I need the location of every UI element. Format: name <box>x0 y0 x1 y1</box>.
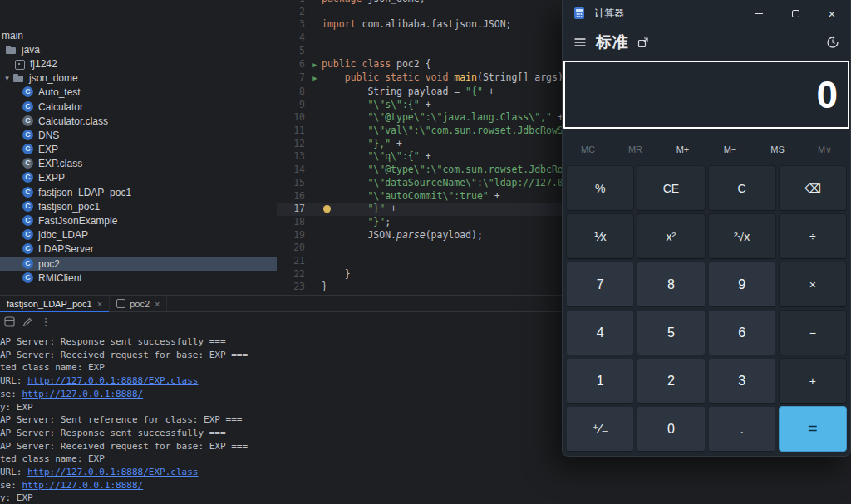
tree-item-Calculator.class[interactable]: Calculator.class <box>0 114 277 128</box>
calc-button-equals[interactable]: = <box>779 406 847 452</box>
tree-item-label: jdbc_LDAP <box>38 229 88 241</box>
tree-item-EXP[interactable]: EXP <box>0 143 277 157</box>
tree-item-fastjson_poc1[interactable]: fastjson_poc1 <box>0 199 277 213</box>
tree-item-main[interactable]: main <box>0 28 277 42</box>
tree-item-fj1242[interactable]: fj1242 <box>0 56 277 71</box>
console-link[interactable]: http://127.0.0.1:8888/ <box>22 480 144 491</box>
tree-item-LDAPServer[interactable]: LDAPServer <box>0 242 277 257</box>
console-link[interactable]: http://127.0.0.1:8888/ <box>22 389 144 399</box>
memory-add-button[interactable]: M+ <box>659 139 706 159</box>
console-line: ted class name: EXP <box>0 453 562 466</box>
calculator-titlebar[interactable]: 计算器 <box>563 0 850 27</box>
calc-button-nine[interactable]: 9 <box>708 262 776 307</box>
calculator-display: 0 <box>563 61 849 129</box>
run-tab-fastjson_LDAP_poc1[interactable]: fastjson_LDAP_poc1 <box>0 296 110 311</box>
calc-button-eight[interactable]: 8 <box>637 262 705 307</box>
memory-clear-button[interactable]: MC <box>564 139 612 159</box>
run-tab-poc2[interactable]: poc2 <box>110 296 167 311</box>
line-number: 10 <box>277 111 308 125</box>
calc-button-backspace[interactable]: ⌫ <box>779 165 847 211</box>
close-tab-icon[interactable] <box>97 299 102 309</box>
tree-item-json_dome[interactable]: json_dome <box>0 71 277 86</box>
tree-item-label: fastjson_LDAP_poc1 <box>38 187 131 198</box>
class-icon <box>22 258 34 270</box>
calc-button-seven[interactable]: 7 <box>566 262 634 307</box>
calc-button-decimal[interactable]: . <box>708 406 776 452</box>
console-tab-icon <box>116 299 125 308</box>
tree-item-DNS[interactable]: DNS <box>0 128 277 142</box>
history-icon[interactable] <box>826 36 839 49</box>
console-toolbar <box>0 313 562 330</box>
mode-label: 标准 <box>596 32 628 53</box>
run-icon[interactable] <box>312 61 317 69</box>
more-options-icon[interactable] <box>40 316 52 328</box>
tree-item-label: poc2 <box>38 258 60 270</box>
calculator-nav: 标准 <box>563 27 850 58</box>
tree-item-label: DNS <box>38 130 59 141</box>
tree-item-label: FastJsonExample <box>38 215 117 227</box>
calc-button-square-root[interactable]: ²√x <box>708 213 776 259</box>
memory-recall-button[interactable]: MR <box>612 139 659 159</box>
memory-flyout-button[interactable]: M∨ <box>801 139 849 159</box>
calc-button-one[interactable]: 1 <box>566 358 634 404</box>
console-text: URL: <box>0 375 27 386</box>
run-console[interactable]: AP Server: Response sent successfully ==… <box>0 330 562 504</box>
console-link[interactable]: http://127.0.0.1:8888/EXP.class <box>27 467 198 477</box>
calc-button-percent[interactable]: % <box>566 165 634 211</box>
close-button[interactable] <box>814 0 850 27</box>
calc-button-subtract[interactable]: − <box>779 310 847 355</box>
calc-button-clear-entry[interactable]: CE <box>637 165 705 211</box>
hamburger-menu-icon[interactable] <box>573 37 587 48</box>
edit-icon[interactable] <box>22 316 33 328</box>
calc-button-negate[interactable]: ⁺∕₋ <box>566 406 634 452</box>
console-line: y: EXP <box>0 401 562 414</box>
console-link[interactable]: http://127.0.0.1:8888/EXP.class <box>27 375 198 386</box>
line-number: 19 <box>277 229 308 242</box>
calculator-app-icon <box>573 7 586 20</box>
chevron-down-icon[interactable] <box>2 74 12 82</box>
tree-item-RMIClient[interactable]: RMIClient <box>0 271 277 285</box>
line-number: 12 <box>277 138 308 151</box>
line-number: 3 <box>277 18 308 32</box>
tree-item-jdbc_LDAP[interactable]: jdbc_LDAP <box>0 228 277 242</box>
calc-button-multiply[interactable]: × <box>779 262 847 307</box>
calc-button-divide[interactable]: ÷ <box>779 213 847 259</box>
calc-button-add[interactable]: + <box>779 358 847 404</box>
run-tab-bar: fastjson_LDAP_poc1poc2 <box>0 295 562 312</box>
calc-button-six[interactable]: 6 <box>708 310 776 355</box>
memory-subtract-button[interactable]: M− <box>706 139 754 159</box>
minimize-button[interactable] <box>740 0 777 27</box>
tree-item-label: EXP <box>38 144 58 155</box>
console-text: ted class name: EXP <box>0 453 105 464</box>
tree-item-Calculator[interactable]: Calculator <box>0 100 277 114</box>
maximize-button[interactable] <box>777 0 814 27</box>
calc-button-zero[interactable]: 0 <box>637 406 705 452</box>
console-text: AP Server: Received request for base: EX… <box>0 350 248 360</box>
minimize-icon <box>755 13 763 14</box>
run-icon[interactable] <box>312 74 317 82</box>
calc-button-five[interactable]: 5 <box>637 310 705 355</box>
tree-item-label: java <box>22 44 40 56</box>
tree-item-Auto_test[interactable]: Auto_test <box>0 86 277 100</box>
tree-item-EXP.class[interactable]: EXP.class <box>0 157 277 171</box>
calc-button-square[interactable]: x² <box>637 213 705 259</box>
window-title: 计算器 <box>594 7 624 21</box>
memory-store-button[interactable]: MS <box>754 139 801 159</box>
tree-item-label: RMIClient <box>38 272 82 284</box>
calc-button-four[interactable]: 4 <box>566 310 634 355</box>
keep-on-top-icon[interactable] <box>637 37 649 48</box>
calc-button-two[interactable]: 2 <box>637 358 705 404</box>
class-icon <box>22 243 34 255</box>
calc-button-clear[interactable]: C <box>708 165 776 211</box>
calc-button-reciprocal[interactable]: ⅟x <box>566 213 634 259</box>
tree-item-fastjson_LDAP_poc1[interactable]: fastjson_LDAP_poc1 <box>0 185 277 199</box>
tree-item-java[interactable]: java <box>0 42 277 56</box>
tree-item-FastJsonExample[interactable]: FastJsonExample <box>0 213 277 228</box>
calc-button-three[interactable]: 3 <box>708 358 776 404</box>
screen: mainjavafj1242json_domeAuto_testCalculat… <box>0 0 851 504</box>
tree-item-EXPP[interactable]: EXPP <box>0 171 277 185</box>
line-number: 15 <box>277 177 308 190</box>
console-window-icon[interactable] <box>3 316 15 328</box>
close-tab-icon[interactable] <box>155 299 160 309</box>
tree-item-poc2[interactable]: poc2 <box>0 257 277 271</box>
